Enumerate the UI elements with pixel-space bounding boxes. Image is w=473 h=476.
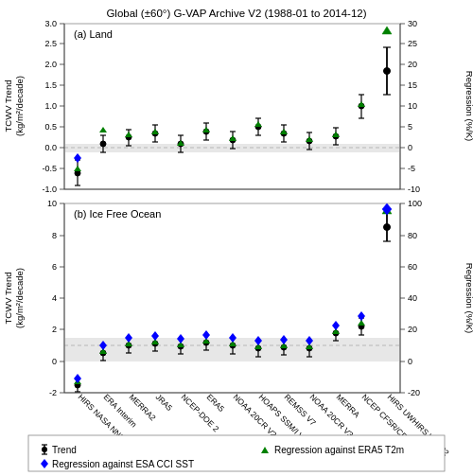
- svg-text:Regression against ESA CCI SST: Regression against ESA CCI SST: [52, 459, 194, 469]
- svg-text:-5: -5: [408, 164, 415, 173]
- svg-point-222: [384, 224, 391, 231]
- svg-text:-2: -2: [49, 388, 57, 397]
- svg-text:2: 2: [52, 325, 57, 334]
- svg-text:30: 30: [408, 19, 417, 28]
- svg-text:-20: -20: [408, 388, 420, 397]
- svg-text:-10: -10: [408, 185, 420, 194]
- svg-text:-0.5: -0.5: [42, 164, 57, 173]
- svg-text:JRA5: JRA5: [154, 392, 175, 413]
- svg-text:0.0: 0.0: [44, 143, 57, 152]
- svg-text:1.0: 1.0: [44, 101, 57, 111]
- svg-text:2.0: 2.0: [44, 60, 57, 69]
- panel-b-y-right-axis: -20 0 20 40 60 80 100: [400, 199, 422, 397]
- svg-text:10: 10: [408, 101, 417, 111]
- svg-text:15: 15: [408, 80, 417, 90]
- svg-text:0.5: 0.5: [44, 122, 57, 132]
- svg-text:80: 80: [408, 231, 417, 240]
- svg-text:Trend: Trend: [52, 445, 77, 455]
- svg-text:5: 5: [408, 122, 412, 132]
- panel-b-label: (b) Ice Free Ocean: [74, 208, 161, 220]
- panel-b-y-left-axis: -2 0 2 4 6 8 10: [47, 199, 64, 397]
- panel-b-y-left-label2: (kg/m²/decade): [14, 268, 25, 328]
- svg-text:0: 0: [408, 357, 412, 366]
- svg-point-102: [384, 68, 391, 75]
- svg-text:Regression against ERA5 T2m: Regression against ERA5 T2m: [274, 445, 404, 455]
- svg-text:8: 8: [52, 231, 57, 240]
- panel-a-y-left-label: TCWV Trend: [3, 80, 13, 132]
- panel-a-y-left-axis: -1.0 -0.5 0.0 0.5 1.0 1.5 2.0 2.5 3.0: [42, 19, 64, 194]
- svg-text:2.5: 2.5: [44, 39, 57, 48]
- panel-a-y-right-axis: -10 -5 0 5 10 15 20 25 30: [400, 19, 420, 194]
- svg-text:3.0: 3.0: [44, 19, 57, 28]
- svg-text:20: 20: [408, 60, 417, 69]
- svg-text:-1.0: -1.0: [42, 185, 57, 194]
- chart-container: Global (±60°) G-VAP Archive V2 (1988-01 …: [0, 0, 473, 476]
- legend-regression-esa: Regression against ESA CCI SST: [41, 459, 194, 469]
- svg-text:1.5: 1.5: [44, 80, 57, 90]
- panel-a-border: [64, 24, 400, 189]
- panel-a-y-right-label: Regression (%/K): [464, 71, 473, 141]
- panel-a-y-left-label2: (kg/m²/decade): [14, 76, 25, 136]
- svg-text:25: 25: [408, 39, 417, 48]
- panel-b-y-right-label: Regression (%/K): [464, 263, 473, 333]
- svg-text:ERA5: ERA5: [205, 392, 227, 414]
- svg-text:4: 4: [52, 293, 57, 303]
- svg-point-47: [100, 141, 106, 147]
- svg-text:0: 0: [408, 143, 412, 152]
- svg-text:100: 100: [408, 199, 422, 208]
- chart-title: Global (±60°) G-VAP Archive V2 (1988-01 …: [106, 8, 366, 19]
- panel-b-border: [64, 203, 400, 393]
- svg-text:6: 6: [52, 262, 57, 272]
- svg-text:10: 10: [47, 199, 57, 208]
- svg-text:0: 0: [52, 357, 57, 366]
- svg-text:60: 60: [408, 262, 417, 272]
- legend-regression-era5: Regression against ERA5 T2m: [261, 445, 404, 455]
- panel-b-y-left-label: TCWV Trend: [3, 273, 13, 325]
- panel-a-label: (a) Land: [74, 28, 113, 40]
- svg-text:20: 20: [408, 325, 417, 334]
- svg-text:40: 40: [408, 293, 417, 303]
- svg-point-228: [42, 447, 47, 452]
